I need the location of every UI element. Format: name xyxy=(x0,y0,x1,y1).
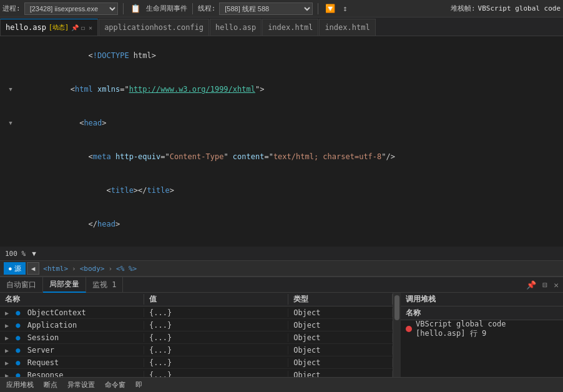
source-back-btn[interactable]: ◀ xyxy=(27,262,40,275)
obj-icon-session: ● xyxy=(16,333,20,342)
locals-val-response: {...} xyxy=(144,371,288,378)
locals-type-server: Object xyxy=(288,346,393,355)
locals-scroll[interactable]: ▶ ● ObjectContext {...} Object ▶ ● xyxy=(0,306,393,377)
locals-val-request: {...} xyxy=(144,358,288,367)
lifecycle-label: 生命周期事件 xyxy=(146,4,187,13)
tab-label-index2: index.html xyxy=(325,23,370,32)
tab-preview-icon[interactable]: ◻ xyxy=(81,24,85,31)
locals-row-objectcontext[interactable]: ▶ ● ObjectContext {...} Object xyxy=(0,306,393,319)
source-toggle-btn[interactable]: ● 源 xyxy=(4,262,26,275)
expand-objectcontext[interactable]: ▶ xyxy=(5,310,9,316)
locals-scrollbar-thumb[interactable] xyxy=(394,295,399,320)
tab-bar: hello.asp [动态] 📌 ◻ ✕ applicationhost.con… xyxy=(0,17,563,36)
collapse-2[interactable]: ▼ xyxy=(7,86,14,92)
collapse-3[interactable]: ▼ xyxy=(7,120,14,126)
source-label: 源 xyxy=(14,264,21,273)
sort-icon[interactable]: ↕ xyxy=(341,4,350,13)
bottom-tabs: 自动窗口 局部变量 监视 1 📌 ⊟ ✕ xyxy=(0,277,563,293)
expand-request[interactable]: ▶ xyxy=(5,360,9,366)
obj-icon-objectcontext: ● xyxy=(16,308,20,317)
lifecycle-icon[interactable]: 📋 xyxy=(129,4,142,13)
breadcrumb-sep-1: › xyxy=(72,265,76,273)
process-label: 进程: xyxy=(2,4,21,13)
callstack-pane: 调用堆栈 名称 VBScript global code [hello.asp]… xyxy=(401,293,563,377)
locals-name-session: ▶ ● Session xyxy=(0,333,144,342)
code-line-1: <!DOCTYPE html> xyxy=(0,39,563,72)
line-content-2: <html xmlns="http://www.w3.org/1999/xhtm… xyxy=(16,72,561,106)
locals-val-objectcontext: {...} xyxy=(144,308,288,317)
locals-name-server: ▶ ● Server xyxy=(0,346,144,355)
locals-scrollbar[interactable] xyxy=(393,293,401,377)
close-panel-icon[interactable]: ✕ xyxy=(552,280,561,290)
locals-val-session: {...} xyxy=(144,333,288,342)
locals-col-name: 名称 xyxy=(0,294,144,305)
breakpoints-btn[interactable]: 断点 xyxy=(41,379,60,391)
command-btn[interactable]: 命令窗 xyxy=(102,379,128,391)
scroll-indicator[interactable]: ▼ xyxy=(32,250,36,258)
toolbar-right: 堆栈帧: VBScript global code xyxy=(451,4,561,13)
obj-icon-response: ● xyxy=(16,371,20,378)
line-content-1: <!DOCTYPE html> xyxy=(16,39,561,72)
tab-hello-asp-2[interactable]: hello.asp xyxy=(210,19,262,36)
code-container[interactable]: <!DOCTYPE html> ▼ <html xmlns="http://ww… xyxy=(0,36,563,247)
tab-index-html-2[interactable]: index.html xyxy=(319,19,375,36)
tab-label-apphost: applicationhost.config xyxy=(104,23,203,32)
tab-label-index: index.html xyxy=(268,23,313,32)
locals-row-session[interactable]: ▶ ● Session {...} Object xyxy=(0,331,393,344)
expand-session[interactable]: ▶ xyxy=(5,335,9,341)
bottom-toolbar: 应用堆栈 断点 异常设置 命令窗 即 xyxy=(0,377,563,392)
tab-pin-icon[interactable]: 📌 xyxy=(71,24,79,31)
locals-row-response[interactable]: ▶ ● Response {...} Object xyxy=(0,369,393,377)
separator-3 xyxy=(318,3,318,14)
code-line-5: <title></title> xyxy=(0,174,563,207)
expand-application[interactable]: ▶ xyxy=(5,322,9,329)
callstack-row-0[interactable]: VBScript global code [hello.asp] 行 9 xyxy=(406,323,558,335)
immediate-btn[interactable]: 即 xyxy=(133,379,145,391)
locals-pane: 名称 值 类型 ▶ ● ObjectContext {...} xyxy=(0,293,393,377)
breadcrumb-html[interactable]: <html> xyxy=(41,263,71,274)
callstack-btn[interactable]: 应用堆栈 xyxy=(4,379,36,391)
locals-row-request[interactable]: ▶ ● Request {...} Object xyxy=(0,356,393,369)
locals-row-application[interactable]: ▶ ● Application {...} Object xyxy=(0,319,393,331)
callstack-col-header: 名称 xyxy=(401,306,563,320)
tab-applicationhost[interactable]: applicationhost.config xyxy=(99,19,209,36)
gutter-3: ▼ xyxy=(2,120,16,126)
expand-server[interactable]: ▶ xyxy=(5,347,9,354)
tab-locals-label: 局部变量 xyxy=(49,279,79,290)
filter-icon[interactable]: 🔽 xyxy=(323,4,337,13)
bottom-panel: 自动窗口 局部变量 监视 1 📌 ⊟ ✕ 名 xyxy=(0,277,563,392)
tab-close-hello[interactable]: ✕ xyxy=(89,24,92,31)
tab-auto-window[interactable]: 自动窗口 xyxy=(0,277,43,293)
tab-index-html[interactable]: index.html xyxy=(262,19,318,36)
locals-val-application: {...} xyxy=(144,321,288,330)
expand-response[interactable]: ▶ xyxy=(5,372,9,378)
locals-type-session: Object xyxy=(288,333,393,342)
obj-icon-application: ● xyxy=(16,321,20,330)
separator-1 xyxy=(123,3,124,14)
line-content-3: <head> xyxy=(16,106,561,140)
callstack-content: VBScript global code [hello.asp] 行 9 xyxy=(401,320,563,377)
editor-status-bar: 100 % ▼ xyxy=(0,247,563,260)
callstack-title: 调用堆栈 xyxy=(406,294,436,305)
callstack-header: 调用堆栈 xyxy=(401,293,563,306)
obj-icon-request: ● xyxy=(16,358,20,367)
locals-col-value: 值 xyxy=(144,294,288,305)
code-line-7: ▼ <body> xyxy=(0,241,563,247)
dock-icon[interactable]: ⊟ xyxy=(541,280,549,290)
tab-locals[interactable]: 局部变量 xyxy=(43,277,86,293)
process-select[interactable]: [23428] iisexpress.exe xyxy=(24,2,118,15)
thread-select[interactable]: [588] 线程 588 xyxy=(219,2,313,15)
locals-val-server: {...} xyxy=(144,346,288,355)
thread-label: 线程: xyxy=(198,4,216,13)
breadcrumb-asp[interactable]: <% %> xyxy=(114,263,139,274)
breadcrumb-body[interactable]: <body> xyxy=(77,263,107,274)
locals-row-server[interactable]: ▶ ● Server {...} Object xyxy=(0,344,393,356)
tab-hello-asp-active[interactable]: hello.asp [动态] 📌 ◻ ✕ xyxy=(0,19,98,36)
exceptions-btn[interactable]: 异常设置 xyxy=(65,379,97,391)
code-line-4: <meta http-equiv="Content-Type" content=… xyxy=(0,140,563,174)
tab-watch[interactable]: 监视 1 xyxy=(86,277,123,293)
pin-icon[interactable]: 📌 xyxy=(524,280,538,290)
source-bar: ● 源 ◀ <html> › <body> › <% %> xyxy=(0,260,563,277)
locals-name-response: ▶ ● Response xyxy=(0,371,144,378)
line-content-7: <body> xyxy=(16,241,561,247)
